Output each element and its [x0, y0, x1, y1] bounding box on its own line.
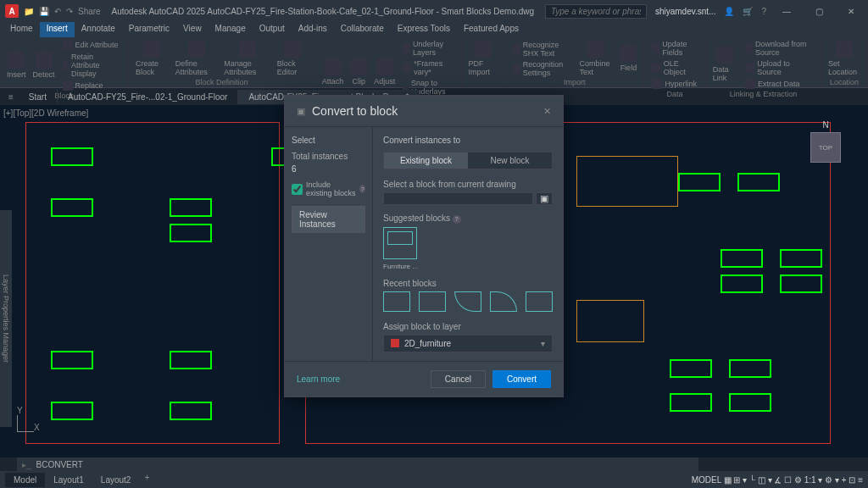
qat-save-icon[interactable]: 💾 — [39, 7, 49, 16]
ribbon-edit-attr[interactable]: Edit Attribute — [60, 39, 124, 51]
menu-express[interactable]: Express Tools — [391, 22, 457, 37]
tab-start[interactable]: Start — [19, 90, 58, 104]
ribbon-ole[interactable]: OLE Object — [649, 58, 699, 77]
side-panel-layer[interactable]: Layer Properties Manager — [0, 210, 12, 427]
menu-parametric[interactable]: Parametric — [122, 22, 176, 37]
ribbon-define-attr[interactable]: Define Attributes — [174, 39, 220, 78]
ribbon-upload[interactable]: Upload to Source — [743, 58, 815, 77]
review-instances-button[interactable]: Review Instances — [292, 206, 365, 233]
ribbon-insert[interactable]: Insert — [5, 50, 28, 80]
ribbon-group-import: Import — [510, 78, 638, 86]
tab-doc-0[interactable]: AutoCAD-FY25_Fire-...02-1_Ground-Floor — [58, 90, 238, 104]
recent-block-3[interactable] — [490, 291, 517, 312]
qat-share-button[interactable]: Share — [78, 7, 101, 16]
menu-addins[interactable]: Add-ins — [292, 22, 334, 37]
ribbon-download[interactable]: Download from Source — [743, 39, 815, 58]
ribbon-shx[interactable]: Recognize SHX Text — [510, 40, 574, 58]
ribbon-adjust[interactable]: Adjust — [372, 57, 397, 87]
block-picker-button[interactable]: ▣ — [536, 192, 553, 205]
learn-more-link[interactable]: Learn more — [297, 374, 424, 384]
layer-select-dropdown[interactable]: 2D_furniture ▾ — [383, 335, 553, 352]
ribbon-clip[interactable]: Clip — [348, 57, 369, 87]
menu-output[interactable]: Output — [253, 22, 292, 37]
nav-cube[interactable]: N TOP — [800, 122, 851, 173]
convert-button[interactable]: Convert — [492, 370, 551, 388]
compass-north: N — [822, 120, 828, 130]
ribbon-frames[interactable]: *Frames vary* — [400, 58, 455, 77]
help-icon[interactable]: ? — [359, 185, 365, 193]
ribbon-combine[interactable]: Combine Text — [578, 39, 615, 78]
view-label[interactable]: [+][Top][2D Wireframe] — [3, 108, 88, 118]
ribbon-retain-attr[interactable]: Retain Attribute Display — [60, 52, 124, 79]
user-label[interactable]: shiyamdev.snt... — [655, 7, 716, 16]
ribbon-group-data: Data — [649, 90, 699, 98]
ribbon-block-editor[interactable]: Block Editor — [275, 39, 309, 78]
cancel-button[interactable]: Cancel — [431, 370, 486, 388]
minimize-button[interactable]: — — [775, 3, 798, 19]
ribbon-detect[interactable]: Detect — [31, 50, 57, 80]
ribbon-update[interactable]: Update Fields — [649, 39, 699, 58]
help-icon[interactable]: ? — [453, 215, 461, 224]
ribbon-hyperlink[interactable]: Hyperlink — [649, 78, 699, 90]
status-tab-model[interactable]: Model — [5, 473, 45, 487]
select-heading: Select — [292, 136, 365, 145]
user-icon[interactable]: 👤 — [724, 7, 734, 16]
ribbon-pdf-import[interactable]: PDF Import — [467, 39, 500, 78]
ribbon-underlay[interactable]: Underlay Layers — [400, 39, 455, 58]
close-button[interactable]: ✕ — [839, 3, 863, 19]
menu-featured[interactable]: Featured Apps — [457, 22, 526, 37]
ribbon-group-linking: Linking & Extraction — [711, 90, 815, 98]
tabs-menu-icon[interactable]: ≡ — [3, 92, 19, 102]
search-input[interactable] — [545, 4, 647, 19]
block-icon: ▣ — [297, 106, 305, 117]
total-instances-label: Total instances — [292, 152, 365, 161]
suggested-block-item[interactable] — [383, 227, 417, 259]
status-tab-layout2[interactable]: Layout2 — [92, 473, 140, 487]
qat-undo-icon[interactable]: ↶ — [54, 7, 61, 16]
suggested-block-label: Furniture ... — [383, 263, 553, 270]
cart-icon[interactable]: 🛒 — [743, 7, 753, 16]
maximize-button[interactable]: ▢ — [807, 3, 831, 19]
ribbon: Insert Detect Edit Attribute Retain Attr… — [0, 37, 868, 88]
recent-block-4[interactable] — [526, 291, 553, 312]
dialog-title: Convert to block — [312, 104, 537, 118]
ribbon-location[interactable]: Set Location — [826, 39, 862, 78]
dialog-close-button[interactable]: ✕ — [543, 106, 551, 117]
menu-insert[interactable]: Insert — [40, 22, 75, 37]
ucs-indicator: Y X — [17, 406, 40, 432]
menu-view[interactable]: View — [176, 22, 209, 37]
recent-block-2[interactable] — [454, 291, 481, 312]
menubar: Home Insert Annotate Parametric View Man… — [0, 22, 868, 37]
cube-top-face[interactable]: TOP — [810, 132, 841, 163]
block-select-dropdown[interactable] — [383, 192, 533, 205]
command-bar[interactable]: ▸_ BCONVERT — [17, 458, 698, 471]
menu-home[interactable]: Home — [3, 22, 40, 37]
total-instances-value: 6 — [292, 164, 365, 174]
recent-label: Recent blocks — [383, 279, 553, 288]
menu-annotate[interactable]: Annotate — [75, 22, 122, 37]
help-icon[interactable]: ? — [761, 7, 766, 16]
ribbon-field[interactable]: Field — [618, 43, 638, 74]
ribbon-attach[interactable]: Attach — [320, 57, 346, 87]
toggle-existing-block[interactable]: Existing block — [384, 152, 468, 169]
qat-open-icon[interactable]: 📁 — [24, 7, 34, 16]
recent-block-0[interactable] — [383, 291, 410, 312]
layer-swatch — [391, 339, 399, 347]
ribbon-manage-attr[interactable]: Manage Attributes — [222, 39, 271, 78]
include-existing-checkbox[interactable]: Include existing blocks ? — [292, 180, 365, 197]
ribbon-datalink[interactable]: Data Link — [711, 45, 739, 84]
toggle-new-block[interactable]: New block — [468, 152, 552, 169]
menu-collaborate[interactable]: Collaborate — [334, 22, 391, 37]
block-type-toggle: Existing block New block — [383, 152, 553, 169]
status-tab-layout1[interactable]: Layout1 — [45, 473, 92, 487]
ribbon-create-block[interactable]: Create Block — [134, 39, 170, 78]
status-tools[interactable]: MODEL ▦ ⊞ ▾ └ ◫ ▾ ∡ ☐ ⚙ 1:1 ▾ ⚙ ▾ + ⊡ ≡ — [692, 475, 863, 485]
recent-block-1[interactable] — [419, 291, 446, 312]
ribbon-extract[interactable]: Extract Data — [743, 78, 815, 90]
ribbon-recog[interactable]: Recognition Settings — [510, 59, 574, 78]
qat-redo-icon[interactable]: ↷ — [66, 7, 73, 16]
menu-manage[interactable]: Manage — [209, 22, 253, 37]
status-tab-add[interactable]: + — [139, 473, 154, 487]
ribbon-group-blockdef: Block Definition — [134, 78, 309, 86]
suggested-label: Suggested blocks — [383, 214, 450, 223]
